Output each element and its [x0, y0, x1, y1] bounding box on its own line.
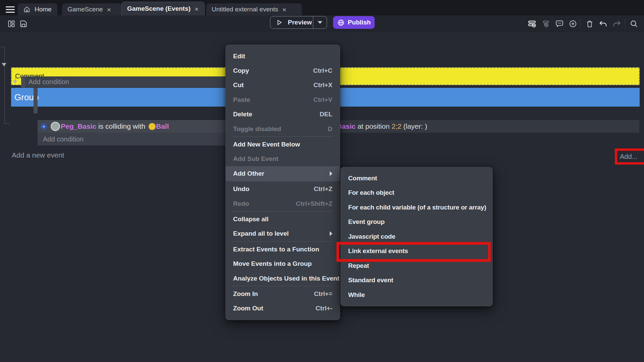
collapse-stem: [15, 77, 16, 80]
add-comment-icon[interactable]: [554, 18, 565, 29]
add-circle-icon[interactable]: [568, 18, 578, 29]
globe-icon: [337, 19, 345, 26]
condition-object-a: Peg_Basic: [61, 122, 96, 130]
menu-item-analyze-objects[interactable]: Analyze Objects Used in this Event: [226, 271, 340, 286]
menu-divider: [232, 136, 333, 137]
preview-dropdown[interactable]: [313, 21, 327, 24]
home-icon: [23, 6, 31, 13]
menu-item-expand-all-to-level[interactable]: Expand all to level: [226, 227, 340, 241]
close-icon[interactable]: ×: [107, 6, 111, 13]
menu-item-collapse-all[interactable]: Collapse all: [226, 212, 340, 226]
peg-object-icon: [51, 122, 60, 131]
submenu-item-while[interactable]: While: [341, 288, 492, 302]
menu-divider: [232, 241, 333, 242]
tree-guide: [4, 47, 5, 123]
add-event-icon[interactable]: [527, 18, 537, 29]
add-action-link-highlight-box[interactable]: Add...: [615, 148, 644, 165]
submenu-arrow-icon: [330, 231, 332, 236]
search-icon[interactable]: [629, 18, 639, 29]
add-new-event-link[interactable]: Add a new event: [12, 151, 64, 159]
menu-item-add-new-event-below[interactable]: Add New Event Below: [226, 137, 340, 152]
gdevelop-window: Home GameScene × GameScene (Events) × Un…: [0, 0, 644, 362]
close-icon[interactable]: ×: [282, 6, 286, 13]
tab-label: GameScene: [67, 6, 103, 13]
play-icon: [276, 19, 283, 26]
menu-item-cut[interactable]: CutCtrl+X: [226, 78, 340, 93]
tab-home[interactable]: Home: [18, 3, 57, 15]
menu-item-copy[interactable]: CopyCtrl+C: [226, 63, 340, 78]
menu-item-extract-events-to-function[interactable]: Extract Events to a Function: [226, 242, 340, 256]
action-row[interactable]: Basic at position 2;2 (layer: ): [337, 120, 427, 133]
toolbar: Preview Publish: [0, 15, 644, 32]
tree-guide: [4, 123, 10, 124]
add-other-submenu: Comment For each object For each child v…: [340, 167, 493, 306]
submenu-item-repeat[interactable]: Repeat: [341, 258, 492, 273]
submenu-item-comment[interactable]: Comment: [341, 171, 492, 186]
action-layer: (layer: ): [401, 122, 427, 130]
tab-gamescene[interactable]: GameScene ×: [62, 3, 122, 15]
tab-bar: Home GameScene × GameScene (Events) × Un…: [0, 0, 644, 15]
layout-columns-icon[interactable]: [6, 18, 17, 29]
main-menu-icon[interactable]: [6, 6, 15, 13]
publish-label: Publish: [348, 19, 371, 26]
submenu-item-for-each-child-variable[interactable]: For each child variable (of a structure …: [341, 200, 492, 215]
save-icon[interactable]: [18, 18, 29, 29]
submenu-arrow-icon: [330, 171, 332, 176]
menu-item-edit[interactable]: Edit: [226, 49, 340, 63]
ball-object-icon: [149, 123, 156, 130]
tab-label: Home: [35, 6, 52, 13]
submenu-item-link-external-events[interactable]: Link external events: [341, 244, 492, 259]
tab-gamescene-events[interactable]: GameScene (Events) ×: [121, 2, 205, 15]
action-coords: 2;2: [391, 122, 401, 130]
tab-untitled-external-events[interactable]: Untitled external events ×: [206, 3, 302, 15]
menu-item-undo[interactable]: UndoCtrl+Z: [226, 182, 340, 196]
tree-guide: [1, 47, 4, 47]
menu-item-add-other[interactable]: Add Other: [226, 166, 340, 181]
menu-item-delete[interactable]: DeleteDEL: [226, 107, 340, 122]
chevron-down-icon: [318, 21, 322, 24]
tab-label: GameScene (Events): [127, 5, 191, 12]
menu-item-zoom-in[interactable]: Zoom InCtrl+=: [226, 287, 340, 301]
physics-behavior-icon: [40, 122, 48, 131]
submenu-item-event-group[interactable]: Event group: [341, 215, 492, 230]
collapse-arrow-icon[interactable]: [2, 63, 6, 66]
submenu-item-javascript-code[interactable]: Javascript code: [341, 229, 492, 244]
close-icon[interactable]: ×: [195, 5, 199, 12]
trash-icon[interactable]: [584, 18, 595, 29]
action-text-mid: at position: [356, 122, 391, 130]
event-drag-handle[interactable]: [34, 88, 38, 113]
tab-label: Untitled external events: [212, 6, 278, 13]
menu-item-add-sub-event: Add Sub Event: [226, 152, 340, 166]
menu-item-move-events-into-group[interactable]: Move Events into a Group: [226, 256, 340, 271]
undo-icon[interactable]: [598, 18, 608, 29]
event-drag-handle[interactable]: [21, 76, 25, 87]
menu-divider: [232, 211, 333, 212]
publish-button[interactable]: Publish: [333, 16, 375, 29]
condition-text: is colliding with: [96, 122, 147, 130]
condition-object-b: Ball: [156, 122, 169, 130]
menu-item-paste: PasteCtrl+V: [226, 93, 340, 107]
menu-item-toggle-disabled: Toggle disabledD: [226, 122, 340, 136]
add-action-label: Add...: [620, 153, 637, 161]
preview-button[interactable]: Preview: [270, 16, 327, 29]
submenu-item-standard-event[interactable]: Standard event: [341, 273, 492, 288]
redo-icon[interactable]: [611, 18, 622, 29]
menu-divider: [232, 286, 333, 286]
toolbar-divider: [580, 19, 580, 29]
collapse-arrow-icon[interactable]: [13, 80, 17, 83]
context-menu: Edit CopyCtrl+C CutCtrl+X PasteCtrl+V De…: [225, 45, 340, 320]
add-sub-event-icon[interactable]: [540, 18, 551, 29]
submenu-item-for-each-object[interactable]: For each object: [341, 186, 492, 200]
menu-item-redo: RedoCtrl+Shift+Z: [226, 196, 340, 211]
menu-divider: [232, 181, 333, 182]
menu-item-zoom-out[interactable]: Zoom OutCtrl+-: [226, 301, 340, 316]
preview-label: Preview: [288, 19, 312, 26]
toolbar-divider: [625, 19, 625, 29]
